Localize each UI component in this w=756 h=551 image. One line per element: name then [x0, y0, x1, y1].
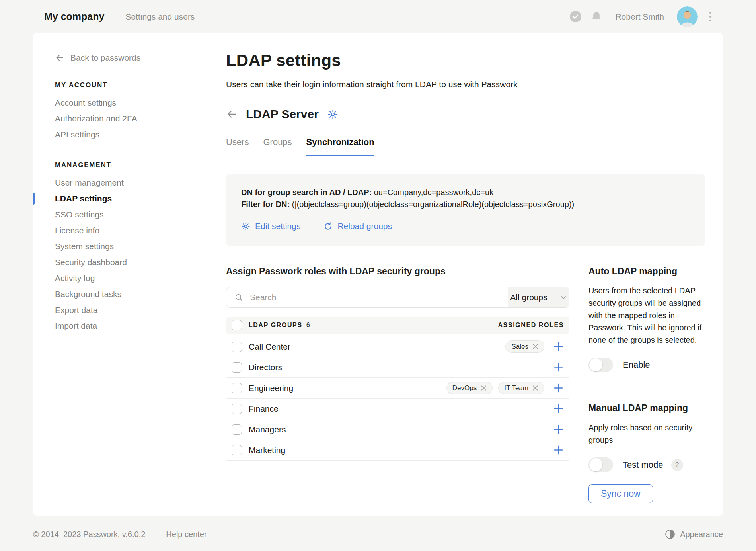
server-back-arrow-icon[interactable]	[226, 109, 237, 120]
sidebar-item-import-data[interactable]: Import data	[55, 318, 187, 334]
sidebar-item-sso-settings[interactable]: SSO settings	[55, 207, 187, 223]
group-name: Engineering	[249, 383, 293, 393]
reload-groups-label: Reload groups	[337, 221, 392, 231]
enable-toggle[interactable]	[588, 358, 613, 372]
add-role-icon[interactable]	[553, 362, 564, 373]
company-name: My company	[44, 11, 104, 22]
copyright: © 2014–2023 Passwork, v.6.0.2	[33, 530, 145, 539]
role-tag-label: DevOps	[452, 384, 477, 392]
row-checkbox[interactable]	[232, 383, 242, 393]
content-columns: Assign Passwork roles with LDAP security…	[226, 266, 705, 503]
edit-settings-button[interactable]: Edit settings	[241, 221, 300, 231]
table-row-managers: Managers	[226, 419, 569, 440]
kebab-menu-icon[interactable]	[706, 10, 715, 23]
mapping-divider	[588, 387, 705, 387]
assigned-roles-cell	[550, 362, 564, 373]
assigned-roles-cell	[550, 445, 564, 455]
sidebar-item-account-settings[interactable]: Account settings	[55, 95, 187, 111]
groups-column-header: LDAP GROUPS	[249, 322, 302, 329]
sidebar-item-api-settings[interactable]: API settings	[55, 127, 187, 143]
table-row-marketing: Marketing	[226, 440, 569, 461]
breadcrumb: Settings and users	[125, 12, 195, 21]
sidebar-divider	[55, 69, 187, 69]
row-checkbox[interactable]	[232, 424, 242, 435]
close-icon[interactable]	[532, 344, 538, 350]
dn-search-line: DN for group search in AD / LDAP: ou=Com…	[241, 186, 690, 198]
assigned-roles-cell: Sales	[505, 340, 564, 353]
page-title: LDAP settings	[226, 51, 705, 70]
sidebar-item-system-settings[interactable]: System settings	[55, 238, 187, 254]
appearance-contrast-icon	[665, 529, 675, 539]
sidebar-item-authorization-and-2fa[interactable]: Authorization and 2FA	[55, 111, 187, 127]
auto-mapping-toggle-row: Enable	[588, 358, 705, 372]
auto-mapping-description: Users from the selected LDAP security gr…	[588, 285, 705, 346]
close-icon[interactable]	[532, 385, 538, 391]
add-role-icon[interactable]	[553, 403, 564, 414]
assign-heading: Assign Passwork roles with LDAP security…	[226, 266, 569, 277]
check-circle-icon[interactable]	[569, 10, 582, 23]
auto-mapping-heading: Auto LDAP mapping	[588, 266, 705, 277]
test-mode-toggle[interactable]	[588, 457, 613, 472]
search-icon	[234, 293, 244, 302]
assigned-roles-cell: DevOpsIT Team	[446, 382, 564, 394]
info-actions: Edit settings Reload groups	[241, 221, 690, 231]
topbar-left: My company Settings and users	[44, 10, 195, 23]
row-checkbox[interactable]	[232, 445, 242, 455]
group-name: Finance	[249, 404, 279, 414]
sidebar-divider	[55, 149, 187, 149]
groups-filter-dropdown[interactable]: All groups	[508, 287, 569, 307]
sync-now-button[interactable]: Sync now	[588, 484, 653, 503]
reload-icon	[323, 222, 333, 231]
add-role-icon[interactable]	[553, 445, 564, 455]
reload-groups-button[interactable]: Reload groups	[323, 221, 392, 231]
test-mode-label: Test mode	[623, 460, 663, 470]
back-to-passwords-link[interactable]: Back to passwords	[55, 53, 187, 63]
group-name: Call Center	[249, 342, 290, 352]
tab-groups[interactable]: Groups	[263, 137, 292, 156]
role-tag-label: IT Team	[504, 384, 528, 392]
tab-synchronization[interactable]: Synchronization	[306, 137, 374, 156]
bell-icon[interactable]	[590, 10, 602, 23]
tab-users[interactable]: Users	[226, 137, 249, 156]
gear-icon	[241, 222, 250, 231]
close-icon[interactable]	[481, 385, 487, 391]
row-checkbox[interactable]	[232, 342, 242, 352]
dn-search-value: ou=Company,dc=passwork,dc=uk	[374, 188, 493, 197]
sidebar-item-export-data[interactable]: Export data	[55, 302, 187, 318]
row-checkbox[interactable]	[232, 404, 242, 414]
sidebar-item-user-management[interactable]: User management	[55, 175, 187, 191]
groups-filter-label: All groups	[510, 293, 547, 302]
user-name[interactable]: Robert Smith	[615, 12, 664, 21]
sidebar-item-security-dashboard[interactable]: Security dashboard	[55, 254, 187, 270]
server-settings-gear-icon[interactable]	[327, 109, 338, 120]
search-input[interactable]	[244, 293, 508, 302]
groups-column: Assign Passwork roles with LDAP security…	[226, 266, 569, 503]
tabs: UsersGroupsSynchronization	[226, 137, 705, 156]
enable-toggle-label: Enable	[623, 360, 650, 370]
chevron-down-icon	[560, 294, 567, 301]
sidebar-item-license-info[interactable]: License info	[55, 223, 187, 238]
help-center-link[interactable]: Help center	[166, 530, 207, 539]
table-row-engineering: EngineeringDevOpsIT Team	[226, 378, 569, 399]
assigned-roles-cell	[550, 424, 564, 435]
sidebar-item-ldap-settings[interactable]: LDAP settings	[55, 191, 187, 207]
select-all-checkbox[interactable]	[232, 320, 242, 330]
dn-filter-value: (|(objectclass=group)(objectclass=organi…	[292, 200, 574, 209]
avatar[interactable]	[677, 6, 698, 27]
add-role-icon[interactable]	[553, 341, 564, 352]
server-title: LDAP Server	[246, 107, 319, 121]
role-tag-label: Sales	[511, 343, 528, 351]
add-role-icon[interactable]	[553, 383, 564, 393]
add-role-icon[interactable]	[553, 424, 564, 435]
footer-left: © 2014–2023 Passwork, v.6.0.2 Help cente…	[33, 530, 207, 539]
table-row-call-center: Call CenterSales	[226, 336, 569, 357]
row-checkbox[interactable]	[232, 362, 242, 373]
sidebar-item-activity-log[interactable]: Activity log	[55, 270, 187, 286]
appearance-toggle[interactable]: Appearance	[665, 529, 723, 539]
server-header: LDAP Server	[226, 107, 705, 121]
settings-card: Back to passwords MY ACCOUNTAccount sett…	[33, 33, 723, 516]
dn-search-label: DN for group search in AD / LDAP:	[241, 188, 372, 197]
sidebar-item-background-tasks[interactable]: Background tasks	[55, 286, 187, 302]
dn-filter-label: Filter for DN:	[241, 200, 290, 209]
help-icon[interactable]: ?	[671, 459, 683, 471]
